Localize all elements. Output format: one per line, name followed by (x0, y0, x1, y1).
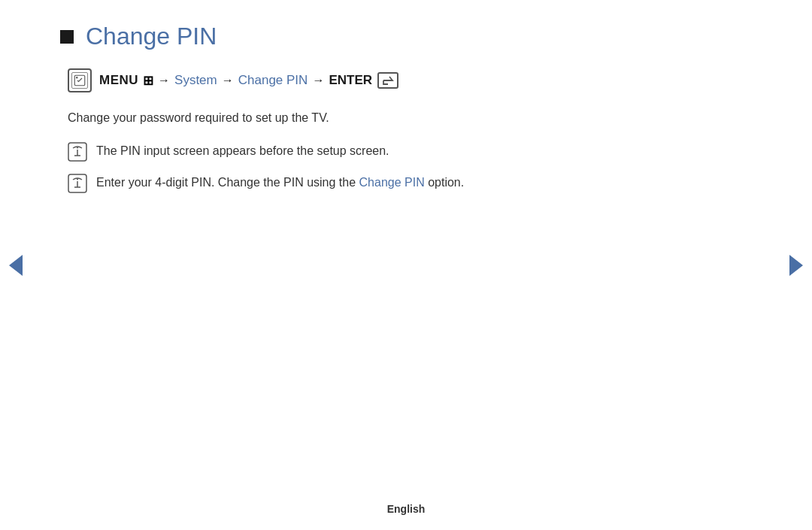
svg-rect-0 (74, 75, 85, 86)
title-row: Change PIN (60, 23, 752, 50)
svg-point-5 (77, 147, 78, 149)
title-bullet (60, 30, 74, 44)
menu-label: MENU (99, 73, 138, 88)
nav-right-arrow[interactable] (789, 255, 803, 276)
footer-language: English (387, 503, 426, 515)
svg-point-9 (77, 179, 78, 180)
menu-navigation: MENU⊞ → System → Change PIN → ENTER (68, 68, 752, 92)
system-link[interactable]: System (174, 73, 217, 88)
enter-icon (377, 72, 398, 89)
svg-point-1 (77, 77, 78, 79)
note-row-1: The PIN input screen appears before the … (68, 142, 752, 162)
note-icon-2 (68, 174, 87, 193)
main-content: Change PIN MENU⊞ → System → Change PIN →… (0, 0, 812, 193)
page-title: Change PIN (86, 23, 217, 50)
menu-suffix: ⊞ (143, 73, 153, 89)
change-pin-nav-link[interactable]: Change PIN (238, 73, 308, 88)
menu-hand-icon (68, 68, 92, 92)
note-text-2: Enter your 4-digit PIN. Change the PIN u… (96, 174, 464, 192)
note-text-1: The PIN input screen appears before the … (96, 142, 389, 160)
nav-arrow-1: → (158, 74, 170, 87)
description-text: Change your password required to set up … (68, 109, 752, 127)
note-icon-1 (68, 142, 87, 162)
nav-arrow-3: → (312, 74, 324, 87)
change-pin-inline-link[interactable]: Change PIN (359, 176, 425, 189)
nav-arrow-2: → (222, 74, 234, 87)
nav-left-arrow[interactable] (9, 255, 23, 276)
note-row-2: Enter your 4-digit PIN. Change the PIN u… (68, 174, 752, 193)
enter-label: ENTER (329, 73, 372, 88)
